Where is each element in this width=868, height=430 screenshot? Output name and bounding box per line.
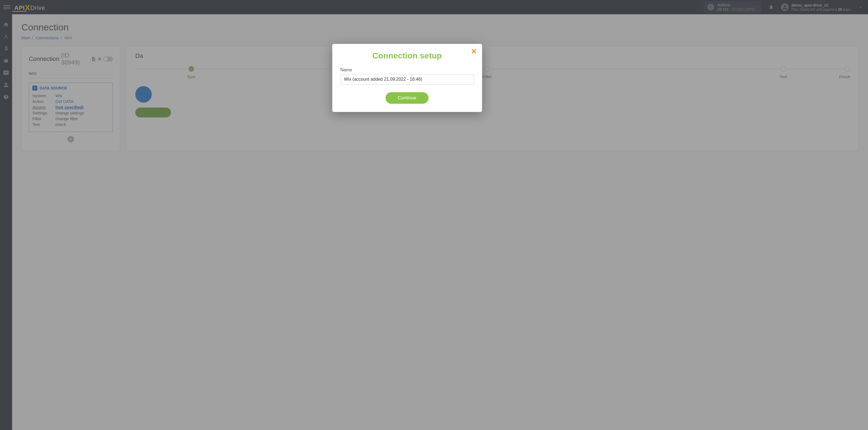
modal-name-input[interactable] <box>340 74 474 85</box>
continue-button[interactable]: Continue <box>385 92 428 104</box>
modal-name-label: Name <box>340 67 474 72</box>
close-icon[interactable]: ✕ <box>471 48 477 55</box>
connection-setup-modal: ✕ Connection setup Name Continue <box>332 44 482 112</box>
modal-title: Connection setup <box>340 51 474 60</box>
